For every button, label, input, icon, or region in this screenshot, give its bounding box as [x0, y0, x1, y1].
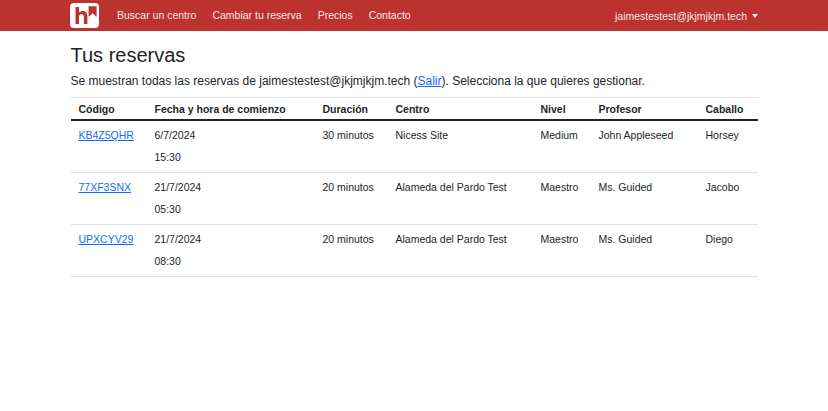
- reservation-date: 21/7/2024: [155, 233, 307, 246]
- brand-logo[interactable]: [70, 3, 99, 28]
- reservation-date: 6/7/2024: [155, 129, 307, 142]
- chevron-down-icon: [752, 14, 758, 18]
- reservation-code-link[interactable]: UPXCYV29: [79, 233, 134, 245]
- table-row: UPXCYV29 21/7/2024 08:30 20 minutos Alam…: [71, 225, 758, 277]
- navbar: Buscar un centro Cambiar tu reserva Prec…: [0, 0, 828, 31]
- cell-fecha: 21/7/2024 05:30: [147, 173, 315, 225]
- cell-codigo: 77XF3SNX: [71, 173, 147, 225]
- cell-duracion: 20 minutos: [315, 173, 388, 225]
- cell-nivel: Maestro: [533, 173, 591, 225]
- cell-centro: Alameda del Pardo Test: [388, 173, 533, 225]
- column-header-nivel: Nivel: [533, 98, 591, 121]
- salir-link[interactable]: Salir: [417, 74, 441, 88]
- reservation-time: 08:30: [155, 255, 307, 268]
- reservation-code-link[interactable]: KB4Z5QHR: [79, 129, 134, 141]
- table-header: Código Fecha y hora de comienzo Duración…: [71, 98, 758, 121]
- column-header-caballo: Caballo: [698, 98, 758, 121]
- column-header-duracion: Duración: [315, 98, 388, 121]
- cell-profesor: John Appleseed: [591, 120, 698, 173]
- page-title: Tus reservas: [71, 43, 758, 67]
- cell-centro: Alameda del Pardo Test: [388, 225, 533, 277]
- nav-item-contacto[interactable]: Contacto: [361, 0, 419, 31]
- reservation-code-link[interactable]: 77XF3SNX: [79, 181, 132, 193]
- reservation-date: 21/7/2024: [155, 181, 307, 194]
- nav-container: Buscar un centro Cambiar tu reserva Prec…: [70, 0, 758, 31]
- cell-duracion: 20 minutos: [315, 225, 388, 277]
- main-content: Tus reservas Se muestran todas las reser…: [71, 43, 758, 277]
- intro-before-link: Se muestran todas las reservas de jaimes…: [71, 74, 418, 88]
- cell-caballo: Jacobo: [698, 173, 758, 225]
- cell-profesor: Ms. Guided: [591, 173, 698, 225]
- intro-after-link: ). Selecciona la que quieres gestionar.: [441, 74, 644, 88]
- cell-nivel: Medium: [533, 120, 591, 173]
- nav-item-precios[interactable]: Precios: [310, 0, 361, 31]
- horse-brand-icon: [70, 3, 99, 28]
- cell-fecha: 21/7/2024 08:30: [147, 225, 315, 277]
- cell-codigo: KB4Z5QHR: [71, 120, 147, 173]
- user-menu-dropdown[interactable]: jaimestestest@jkjmjkjm.tech: [615, 10, 758, 22]
- reservation-time: 05:30: [155, 203, 307, 216]
- nav-item-buscar-un-centro[interactable]: Buscar un centro: [109, 0, 204, 31]
- cell-caballo: Horsey: [698, 120, 758, 173]
- table-row: 77XF3SNX 21/7/2024 05:30 20 minutos Alam…: [71, 173, 758, 225]
- nav-item-cambiar-tu-reserva[interactable]: Cambiar tu reserva: [204, 0, 309, 31]
- reservation-time: 15:30: [155, 151, 307, 164]
- cell-duracion: 30 minutos: [315, 120, 388, 173]
- cell-codigo: UPXCYV29: [71, 225, 147, 277]
- user-email-label: jaimestestest@jkjmjkjm.tech: [615, 10, 747, 22]
- cell-nivel: Maestro: [533, 225, 591, 277]
- column-header-centro: Centro: [388, 98, 533, 121]
- column-header-profesor: Profesor: [591, 98, 698, 121]
- cell-fecha: 6/7/2024 15:30: [147, 120, 315, 173]
- table-row: KB4Z5QHR 6/7/2024 15:30 30 minutos Nices…: [71, 120, 758, 173]
- cell-profesor: Ms. Guided: [591, 225, 698, 277]
- column-header-fecha: Fecha y hora de comienzo: [147, 98, 315, 121]
- column-header-codigo: Código: [71, 98, 147, 121]
- intro-text: Se muestran todas las reservas de jaimes…: [71, 73, 758, 89]
- cell-centro: Nicess Site: [388, 120, 533, 173]
- reservations-table: Código Fecha y hora de comienzo Duración…: [71, 97, 758, 277]
- cell-caballo: Diego: [698, 225, 758, 277]
- nav-links: Buscar un centro Cambiar tu reserva Prec…: [109, 0, 419, 31]
